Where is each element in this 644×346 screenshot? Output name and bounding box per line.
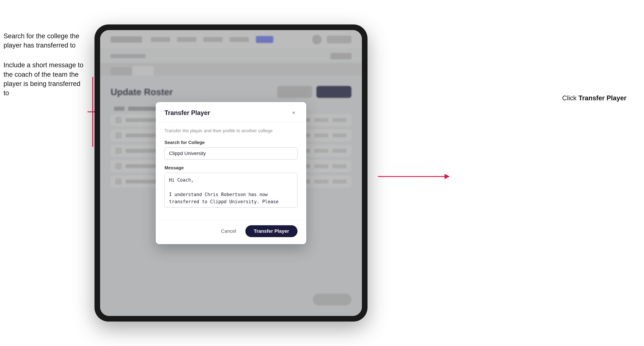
ipad-frame: Update Roster [94,24,368,322]
annotation-right: Click Transfer Player [562,94,627,102]
annotation-left: Search for the college the player has tr… [4,31,88,108]
transfer-player-button[interactable]: Transfer Player [245,225,298,237]
college-input[interactable] [164,147,298,160]
svg-marker-3 [444,174,450,179]
annotation-text-2: Include a short message to the coach of … [4,60,88,98]
message-form-group: Message [164,165,298,208]
dialog-footer: Cancel Transfer Player [156,220,306,244]
dialog-body: Transfer the player and their profile to… [156,122,306,220]
dialog-close-button[interactable]: × [290,109,298,117]
ipad-screen: Update Roster [100,30,362,316]
college-label: Search for College [164,140,298,145]
modal-overlay: Transfer Player × Transfer the player an… [100,30,362,316]
annotation-text-1: Search for the college the player has tr… [4,31,88,50]
cancel-button[interactable]: Cancel [216,226,241,237]
message-textarea[interactable] [164,173,298,208]
dialog-header: Transfer Player × [156,102,306,122]
annotation-right-bold: Transfer Player [578,94,626,102]
dialog-subtitle: Transfer the player and their profile to… [164,128,298,134]
annotation-right-prefix: Click [562,94,578,102]
college-form-group: Search for College [164,140,298,160]
message-label: Message [164,165,298,171]
transfer-dialog: Transfer Player × Transfer the player an… [156,102,306,244]
dialog-title: Transfer Player [164,109,210,117]
